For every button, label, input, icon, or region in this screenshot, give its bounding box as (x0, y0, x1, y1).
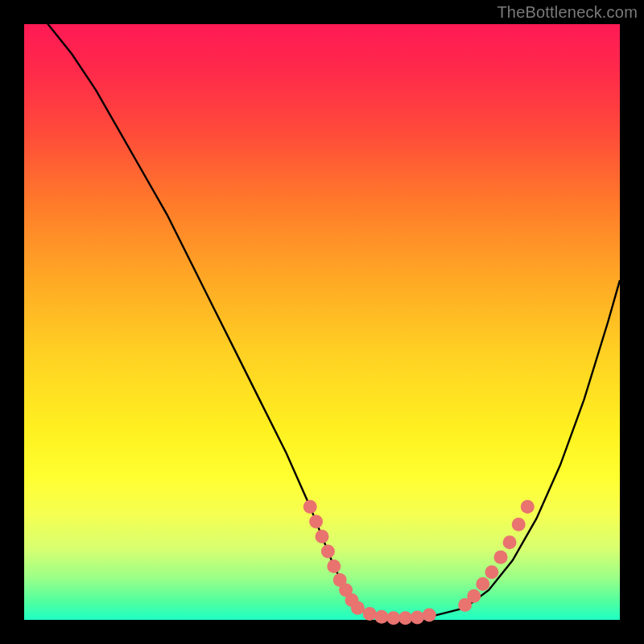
highlight-dot-right (521, 500, 535, 514)
highlight-dot-right (485, 565, 498, 579)
highlight-dot-left (351, 601, 365, 615)
watermark-label: TheBottleneck.com (497, 3, 638, 22)
highlight-dot-left (327, 559, 341, 573)
highlight-dot-valley (398, 611, 412, 625)
highlight-dot-left (303, 500, 317, 514)
highlight-dot-valley (386, 611, 400, 625)
highlight-dot-left (321, 544, 335, 558)
highlight-dot-left (316, 530, 329, 543)
highlight-dot-valley (411, 611, 424, 625)
chart-container: TheBottleneck.com (0, 0, 644, 644)
highlight-dot-valley (363, 607, 377, 621)
highlight-dot-right (476, 577, 489, 591)
highlight-dot-left (309, 514, 323, 528)
chart-svg (24, 24, 620, 620)
bottleneck-curve-path (24, 0, 620, 620)
highlight-dot-right (512, 518, 526, 531)
curve-layer (24, 0, 620, 620)
highlight-dot-right (467, 589, 481, 603)
highlight-dot-valley (423, 609, 436, 622)
highlight-dot-right (503, 535, 517, 549)
plot-area (24, 24, 620, 620)
highlight-dot-right (494, 551, 508, 564)
dots-layer (303, 500, 535, 625)
highlight-dot-valley (375, 610, 389, 624)
